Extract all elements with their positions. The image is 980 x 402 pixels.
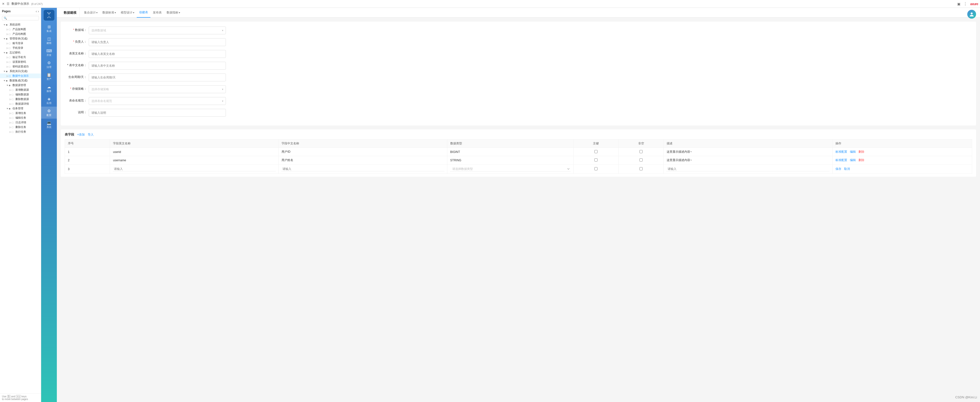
checkbox-primary-3[interactable] bbox=[594, 167, 598, 171]
tree-item-账号登录[interactable]: ▷ □ 账号登录 bbox=[0, 41, 41, 46]
label-表中文名称: * 表中文名称： bbox=[67, 62, 89, 67]
sub-nav-模型设计[interactable]: 模型设计 ▾ bbox=[118, 8, 137, 18]
tree-item-删除任务[interactable]: ▷ □ 删除任务 bbox=[0, 125, 41, 129]
table-add-button[interactable]: +添加 bbox=[77, 132, 85, 137]
toggle-icon: ▼ bbox=[3, 51, 6, 54]
nav-label-系统: 系统 bbox=[46, 126, 51, 129]
action-编辑-1[interactable]: 编辑 bbox=[850, 150, 856, 153]
pages-nav-actions: ‹ › bbox=[36, 9, 39, 13]
sub-nav-数据标准[interactable]: 数据标准 ▾ bbox=[100, 8, 118, 18]
tree-item-数据源管理[interactable]: ▼ ■ 数据源管理 bbox=[0, 83, 41, 88]
action-删除-2[interactable]: 删除 bbox=[859, 158, 864, 162]
tree-item-手机登录[interactable]: ▷ □ 手机登录 bbox=[0, 46, 41, 50]
tree-item-日志详情[interactable]: ▷ □ 日志详情 bbox=[0, 120, 41, 125]
close-icon[interactable]: ✕ bbox=[2, 2, 5, 6]
action-保存-3[interactable]: 保存 bbox=[835, 167, 841, 171]
form-row-表命名规范: 表命名规范： 选择表命名规范 bbox=[67, 97, 970, 105]
layout-icon[interactable]: ▣ bbox=[957, 2, 960, 6]
nav-item-服务[interactable]: ☁ 服务 bbox=[41, 83, 57, 95]
nav-item-系统[interactable]: 💻 系统 bbox=[41, 119, 57, 131]
select-存储策略[interactable]: 选择存储策略 bbox=[89, 85, 226, 93]
sub-nav-集合设计[interactable]: 集合设计 ▾ bbox=[81, 8, 100, 18]
pages-nav-next[interactable]: › bbox=[38, 9, 39, 13]
nav-item-开发[interactable]: ⌨ 开发 bbox=[41, 46, 57, 59]
tree-item-数据集成[interactable]: ▼ ■ 数据集成(完成) bbox=[0, 78, 41, 83]
checkbox-notnull-2[interactable] bbox=[640, 158, 643, 161]
input-en-name-3[interactable] bbox=[113, 167, 275, 171]
table-row: 1 userid 用户ID BIGINT 这里显示描述内容~ 标准配置 编辑 删… bbox=[65, 148, 972, 156]
tree-item-产品架构图[interactable]: ▷ □ 产品架构图 bbox=[0, 27, 41, 32]
user-avatar[interactable] bbox=[967, 10, 976, 19]
menu-icon[interactable]: ☰ bbox=[6, 2, 10, 6]
checkbox-primary-2[interactable] bbox=[594, 158, 598, 161]
tree-item-执行任务[interactable]: ▷ □ 执行任务 bbox=[0, 129, 41, 134]
nav-item-集成[interactable]: ⊞ 集成 bbox=[41, 22, 57, 35]
tree-item-删除数据源[interactable]: ▷ □ 删除数据源 bbox=[0, 97, 41, 102]
toggle-icon: ▼ bbox=[6, 107, 9, 110]
select-数据域[interactable]: 选择数据域 bbox=[89, 27, 226, 34]
select-表命名规范[interactable]: 选择表命名规范 bbox=[89, 97, 226, 105]
input-cn-name-3[interactable] bbox=[282, 167, 444, 171]
tree-item-系统演示[interactable]: ▼ ■ 系统演示(完成) bbox=[0, 69, 41, 73]
action-编辑-2[interactable]: 编辑 bbox=[850, 158, 856, 162]
nav-item-建模[interactable]: ◫ 建模 bbox=[41, 35, 57, 46]
sub-nav-发布表[interactable]: 发布表 bbox=[150, 8, 164, 18]
nav-item-治理[interactable]: ⚙ 治理 bbox=[41, 59, 57, 70]
nav-label-配置: 配置 bbox=[46, 114, 51, 116]
tree-item-数据源详情[interactable]: ▷ □ 数据源详情 bbox=[0, 102, 41, 106]
more-icon[interactable]: ⋮ bbox=[963, 2, 967, 6]
action-标准配置-2[interactable]: 标准配置 bbox=[835, 158, 847, 162]
input-生命周期[interactable] bbox=[89, 73, 226, 81]
input-说明[interactable] bbox=[89, 109, 226, 116]
hint-and: and bbox=[11, 395, 15, 398]
form-section: 数据域： 选择数据域 负责人： bbox=[61, 22, 976, 126]
nav-item-应用[interactable]: ◈ 应用 bbox=[41, 95, 57, 107]
col-notnull: 非空 bbox=[619, 139, 664, 148]
input-desc-3[interactable] bbox=[667, 167, 829, 171]
sub-nav-数据指标[interactable]: 数据指标 ▾ bbox=[164, 8, 183, 18]
table-import-button[interactable]: 导入 bbox=[88, 132, 94, 137]
input-负责人[interactable] bbox=[89, 38, 226, 46]
input-表英文名称[interactable] bbox=[89, 50, 226, 58]
sub-nav-创建表[interactable]: 创建表 bbox=[137, 8, 150, 18]
toggle-icon: ▷ bbox=[6, 56, 9, 59]
label-表命名规范: 表命名规范： bbox=[67, 97, 89, 103]
tree-item-密码设置成功[interactable]: ▷ □ 密码设置成功 bbox=[0, 64, 41, 69]
nav-icon-治理: ⚙ bbox=[47, 61, 51, 65]
checkbox-primary-1[interactable] bbox=[594, 150, 598, 153]
toggle-icon: ▷ bbox=[9, 89, 12, 91]
tree-item-系统说明[interactable]: ▼ ■ 系统说明 bbox=[0, 22, 41, 27]
nav-icon-系统: 💻 bbox=[46, 121, 51, 125]
checkbox-notnull-3[interactable] bbox=[640, 167, 643, 171]
pages-search-input[interactable] bbox=[2, 16, 39, 20]
col-desc: 描述 bbox=[664, 139, 832, 148]
tree-item-数据中台演示[interactable]: ▷ □ 数据中台演示 bbox=[0, 73, 41, 78]
action-取消-3[interactable]: 取消 bbox=[844, 167, 850, 171]
action-删除-1[interactable]: 删除 bbox=[859, 150, 864, 153]
tree-item-产品结构图[interactable]: ▷ □ 产品结构图 bbox=[0, 32, 41, 36]
pages-nav-prev[interactable]: ‹ bbox=[36, 9, 37, 13]
tree-item-验证手机号[interactable]: ▷ □ 验证手机号 bbox=[0, 55, 41, 59]
nav-item-资产[interactable]: 📋 资产 bbox=[41, 70, 57, 83]
tree-item-新增任务[interactable]: ▷ □ 新增任务 bbox=[0, 111, 41, 115]
action-标准配置-1[interactable]: 标准配置 bbox=[835, 150, 847, 153]
nav-item-配置[interactable]: ⚙ 配置 bbox=[41, 107, 57, 119]
tree-item-忘记密码[interactable]: ▼ ■ 忘记密码 bbox=[0, 50, 41, 55]
tree-item-编辑数据源[interactable]: ▷ □ 编辑数据源 bbox=[0, 92, 41, 97]
tree-item-新增数据源[interactable]: ▷ □ 新增数据源 bbox=[0, 88, 41, 92]
checkbox-notnull-1[interactable] bbox=[640, 150, 643, 153]
select-type-3[interactable]: 请选择数据类型 bbox=[450, 166, 570, 172]
doc-icon: □ bbox=[9, 42, 12, 45]
nav-label-治理: 治理 bbox=[46, 66, 51, 69]
tree-item-管理登录[interactable]: ▼ ■ 管理登录(完成) bbox=[0, 36, 41, 41]
control-表命名规范: 选择表命名规范 bbox=[89, 97, 226, 105]
cell-desc-3 bbox=[664, 164, 832, 174]
tree-item-设置新密码[interactable]: ▷ □ 设置新密码 bbox=[0, 59, 41, 64]
tree-item-编辑任务[interactable]: ▷ □ 编辑任务 bbox=[0, 115, 41, 120]
cell-actions-3: 保存 取消 bbox=[832, 164, 972, 174]
control-表中文名称 bbox=[89, 62, 226, 70]
input-表中文名称[interactable] bbox=[89, 62, 226, 70]
tree-item-任务管理[interactable]: ▼ ■ 任务管理 bbox=[0, 106, 41, 111]
toggle-icon: ▷ bbox=[6, 61, 9, 63]
col-seq: 序号 bbox=[65, 139, 110, 148]
